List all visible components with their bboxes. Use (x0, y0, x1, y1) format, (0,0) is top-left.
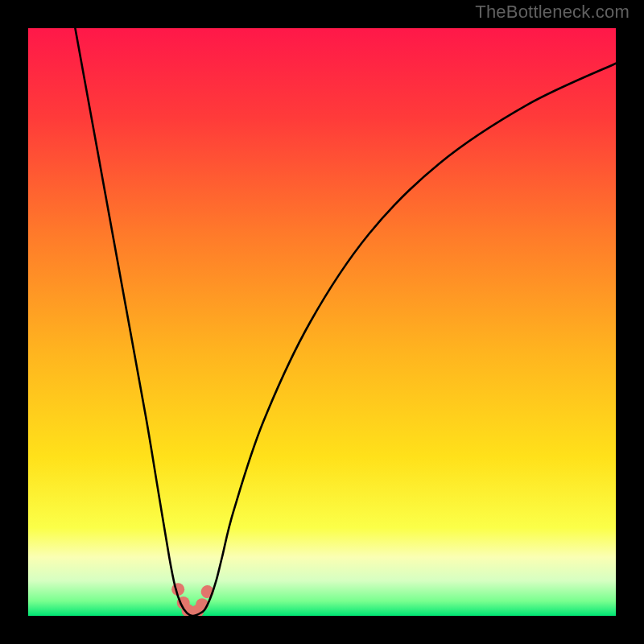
watermark-text: TheBottleneck.com (475, 2, 630, 23)
bottleneck-curve (75, 28, 616, 616)
plot-area (28, 28, 616, 616)
chart-frame: TheBottleneck.com (0, 0, 644, 644)
minimum-markers (171, 583, 213, 616)
curve-layer (28, 28, 616, 616)
